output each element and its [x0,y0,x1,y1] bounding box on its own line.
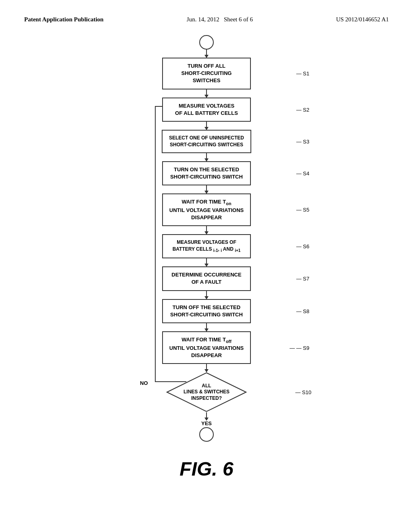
label-s7: — S7 [296,276,309,282]
box-s1: TURN OFF ALLSHORT-CIRCUITINGSWITCHES [162,58,251,89]
label-s8: — S8 [296,308,309,314]
box-s8: TURN OFF THE SELECTEDSHORT-CIRCUITING SW… [162,299,251,323]
header-date: Jun. 14, 2012 [187,16,219,23]
box-s7: DETERMINE OCCURRENCEOF A FAULT [162,266,251,291]
step-row-s5: WAIT FOR TIME TonUNTIL VOLTAGE VARIATION… [126,193,287,226]
label-s6: — S6 [296,243,309,249]
step-row-s6: MEASURE VOLTAGES OFBATTERY CELLS i-1, i … [126,234,287,258]
arrow-9 [206,364,207,372]
arrow-yes [206,412,207,420]
header-left: Patent Application Publication [24,16,104,23]
box-s4: TURN ON THE SELECTEDSHORT-CIRCUITING SWI… [162,161,251,185]
yes-label: YES [201,420,212,426]
arrow-6 [206,258,207,266]
start-circle [199,35,214,50]
label-s1: — S1 [296,71,309,77]
arrow-3 [206,153,207,161]
step-row-s8: TURN OFF THE SELECTEDSHORT-CIRCUITING SW… [126,299,287,323]
box-s5: WAIT FOR TIME TonUNTIL VOLTAGE VARIATION… [162,193,251,226]
label-s2: — S2 [296,106,309,112]
step-row-s7: DETERMINE OCCURRENCEOF A FAULT — S7 [126,266,287,291]
box-s6: MEASURE VOLTAGES OFBATTERY CELLS i-1, i … [162,234,251,258]
step-row-s3: SELECT ONE OF UNINSPECTEDSHORT-CIRCUITIN… [126,130,287,153]
end-circle [199,427,214,442]
page: Patent Application Publication Jun. 14, … [0,0,413,532]
label-s3: — S3 [296,138,309,144]
arrow-0 [206,50,207,58]
header-center: Jun. 14, 2012 Sheet 6 of 6 [187,16,253,23]
step-row-s10: ALLLINES & SWITCHESINSPECTED? — S10 [126,372,287,412]
box-s9: WAIT FOR TIME ToffUNTIL VOLTAGE VARIATIO… [162,331,251,364]
label-s9: — — S9 [290,345,309,351]
start-circle-row [199,35,214,50]
arrow-7 [206,291,207,299]
figure-label: FIG. 6 [24,458,389,480]
header-sheet: Sheet 6 of 6 [224,16,253,23]
arrow-2 [206,122,207,130]
page-header: Patent Application Publication Jun. 14, … [24,16,389,23]
arrow-4 [206,185,207,193]
box-s3: SELECT ONE OF UNINSPECTEDSHORT-CIRCUITIN… [162,130,251,153]
diamond-text-s10: ALLLINES & SWITCHESINSPECTED? [184,383,229,402]
arrow-1 [206,89,207,98]
header-right: US 2012/0146652 A1 [336,16,389,23]
label-s4: — S4 [296,170,309,176]
step-row-s2: MEASURE VOLTAGESOF ALL BATTERY CELLS — S… [126,98,287,122]
step-row-s4: TURN ON THE SELECTEDSHORT-CIRCUITING SWI… [126,161,287,185]
arrow-8 [206,323,207,331]
arrow-5 [206,226,207,234]
box-s2: MEASURE VOLTAGESOF ALL BATTERY CELLS [162,98,251,122]
step-row-s1: TURN OFF ALLSHORT-CIRCUITINGSWITCHES — S… [126,58,287,89]
end-circle-row [199,427,214,442]
label-s10: — S10 [295,389,311,395]
label-s5: — S5 [296,207,309,213]
diamond-s10: ALLLINES & SWITCHESINSPECTED? [166,372,247,412]
flowchart: TURN OFF ALLSHORT-CIRCUITINGSWITCHES — S… [118,35,295,442]
step-row-s9: WAIT FOR TIME ToffUNTIL VOLTAGE VARIATIO… [126,331,287,364]
